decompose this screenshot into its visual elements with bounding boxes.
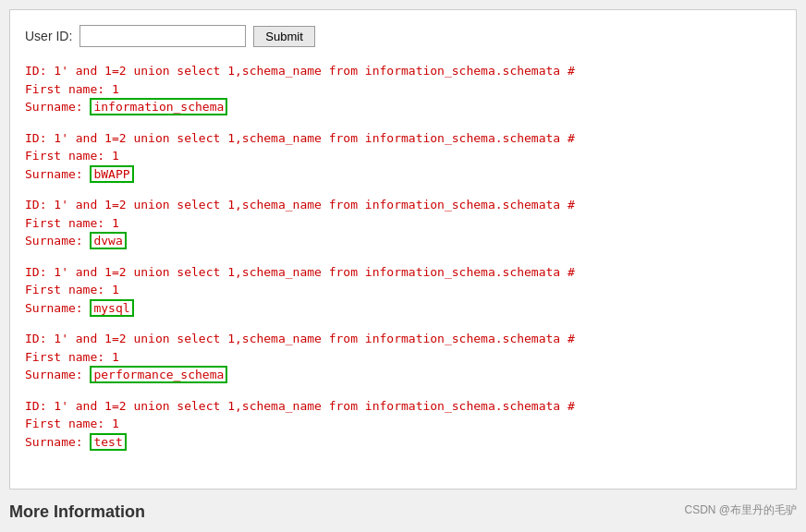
id-line: ID: 1' and 1=2 union select 1,schema_nam… (25, 62, 781, 80)
result-block: ID: 1' and 1=2 union select 1,schema_nam… (25, 397, 781, 452)
result-block: ID: 1' and 1=2 union select 1,schema_nam… (25, 196, 781, 250)
id-line: ID: 1' and 1=2 union select 1,schema_nam… (25, 196, 781, 214)
result-block: ID: 1' and 1=2 union select 1,schema_nam… (25, 129, 781, 184)
surname-value: performance_schema (90, 366, 227, 383)
user-id-input[interactable] (79, 25, 246, 47)
watermark: CSDN @布里丹的毛驴 (684, 502, 797, 518)
first-name-line: First name: 1 (25, 281, 781, 299)
user-id-label: User ID: (25, 29, 72, 43)
surname-line: Surname: mysql (25, 299, 781, 318)
id-line: ID: 1' and 1=2 union select 1,schema_nam… (25, 129, 781, 148)
surname-line: Surname: information_schema (25, 98, 781, 116)
surname-value: test (90, 433, 126, 451)
first-name-line: First name: 1 (25, 80, 781, 99)
page-wrapper: User ID: Submit ID: 1' and 1=2 union sel… (9, 9, 797, 522)
surname-line: Surname: performance_schema (25, 366, 781, 384)
more-info-heading: More Information (9, 502, 145, 522)
main-box: User ID: Submit ID: 1' and 1=2 union sel… (9, 9, 797, 490)
form-row: User ID: Submit (25, 25, 781, 47)
first-name-line: First name: 1 (25, 147, 781, 165)
id-line: ID: 1' and 1=2 union select 1,schema_nam… (25, 263, 781, 282)
result-block: ID: 1' and 1=2 union select 1,schema_nam… (25, 263, 781, 318)
surname-value: dvwa (90, 232, 126, 249)
footer-row: More Information CSDN @布里丹的毛驴 (9, 499, 797, 522)
first-name-line: First name: 1 (25, 348, 781, 367)
surname-value: mysql (90, 299, 133, 317)
results-container: ID: 1' and 1=2 union select 1,schema_nam… (25, 62, 781, 451)
surname-value: information_schema (90, 98, 227, 115)
surname-value: bWAPP (90, 165, 133, 183)
first-name-line: First name: 1 (25, 415, 781, 433)
id-line: ID: 1' and 1=2 union select 1,schema_nam… (25, 330, 781, 348)
first-name-line: First name: 1 (25, 214, 781, 233)
surname-line: Surname: bWAPP (25, 165, 781, 184)
result-block: ID: 1' and 1=2 union select 1,schema_nam… (25, 330, 781, 384)
result-block: ID: 1' and 1=2 union select 1,schema_nam… (25, 62, 781, 116)
surname-line: Surname: dvwa (25, 232, 781, 250)
submit-button[interactable]: Submit (253, 26, 314, 47)
id-line: ID: 1' and 1=2 union select 1,schema_nam… (25, 397, 781, 416)
surname-line: Surname: test (25, 433, 781, 452)
